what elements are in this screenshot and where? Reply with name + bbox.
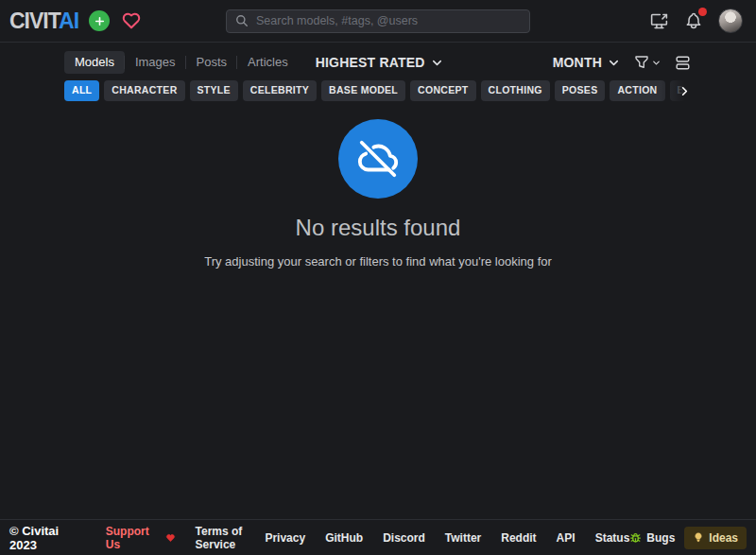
footer-link[interactable]: Privacy	[265, 531, 305, 545]
logo-ai: AI	[59, 9, 78, 33]
filter-icon	[633, 54, 650, 71]
notification-dot	[698, 8, 707, 16]
sort-label: HIGHEST RATED	[316, 55, 425, 70]
logo-civit: CIVIT	[9, 9, 59, 33]
header: CIVITAI	[0, 0, 756, 43]
user-avatar[interactable]	[718, 9, 743, 33]
bug-icon	[629, 531, 642, 544]
chevron-down-icon	[607, 56, 621, 70]
footer-link[interactable]: Reddit	[501, 531, 536, 545]
period-label: MONTH	[553, 55, 602, 70]
category-chip[interactable]: STYLE	[190, 80, 238, 101]
footer-link[interactable]: Terms of Service	[196, 525, 246, 551]
chevron-right-icon	[678, 84, 692, 98]
logo-text: CIVITAI	[9, 9, 78, 33]
footer-right: Bugs Ideas	[629, 527, 747, 549]
category-chip[interactable]: ALL	[64, 80, 99, 101]
filters-dropdown[interactable]	[633, 54, 662, 71]
footer-link[interactable]: GitHub	[325, 531, 363, 545]
category-chip[interactable]: BASE MODEL	[321, 80, 405, 101]
search-input[interactable]	[256, 14, 521, 27]
heart-icon	[165, 532, 176, 544]
chevron-down-icon	[651, 58, 662, 68]
screen-share-button[interactable]	[649, 11, 669, 31]
content-tab[interactable]: Models	[64, 51, 125, 74]
empty-state-subtitle: Try adjusting your search or filters to …	[204, 254, 552, 269]
footer: © Civitai 2023 Support Us Terms of Servi…	[0, 519, 756, 555]
feed-toolbar: ModelsImagesPostsArticles HIGHEST RATED …	[64, 50, 692, 75]
sort-dropdown[interactable]: HIGHEST RATED	[316, 55, 444, 70]
period-dropdown[interactable]: MONTH	[553, 55, 621, 70]
layout-rows-icon	[674, 54, 692, 72]
plus-icon	[94, 15, 106, 27]
layout-toggle-button[interactable]	[674, 54, 692, 72]
civitai-logo[interactable]: CIVITAI	[9, 10, 78, 32]
footer-links: Support Us Terms of ServicePrivacyGitHub…	[106, 525, 630, 551]
empty-state: No results found Try adjusting your sear…	[64, 119, 692, 269]
bugs-label: Bugs	[646, 531, 675, 545]
category-chip[interactable]: CELEBRITY	[243, 80, 317, 101]
empty-state-graphic	[338, 119, 418, 199]
category-chip[interactable]: CLOTHING	[481, 80, 550, 101]
content-tab[interactable]: Images	[125, 51, 186, 74]
category-chip[interactable]: CONCEPT	[410, 80, 475, 101]
content-tabs: ModelsImagesPostsArticles	[64, 51, 299, 74]
toolbar-right: MONTH	[553, 54, 692, 72]
heart-icon	[121, 10, 142, 31]
ideas-button[interactable]: Ideas	[684, 527, 747, 549]
main-content: ModelsImagesPostsArticles HIGHEST RATED …	[64, 50, 692, 269]
support-us-label: Support Us	[106, 525, 162, 551]
support-us-link[interactable]: Support Us	[106, 525, 176, 551]
footer-link-list: Terms of ServicePrivacyGitHubDiscordTwit…	[196, 525, 630, 551]
notifications-button[interactable]	[684, 11, 703, 30]
search-icon	[235, 14, 249, 27]
content-tab[interactable]: Articles	[237, 51, 299, 74]
search-bar[interactable]	[226, 9, 530, 33]
chips-scroll-right-button[interactable]	[660, 80, 692, 101]
header-actions	[649, 9, 743, 33]
footer-link[interactable]: Status	[595, 531, 630, 545]
category-filter-row: ALLCHARACTERSTYLECELEBRITYBASE MODELCONC…	[64, 80, 692, 101]
create-button[interactable]	[89, 10, 110, 31]
screen-share-icon	[649, 11, 669, 31]
ideas-label: Ideas	[709, 531, 738, 545]
footer-link[interactable]: API	[557, 531, 576, 545]
cloud-off-icon	[356, 137, 400, 181]
content-tab[interactable]: Posts	[186, 51, 238, 74]
empty-state-title: No results found	[296, 215, 461, 241]
bugs-button[interactable]: Bugs	[629, 531, 675, 545]
footer-link[interactable]: Twitter	[445, 531, 481, 545]
category-chip[interactable]: CHARACTER	[104, 80, 184, 101]
lightbulb-icon	[693, 531, 704, 544]
category-chip[interactable]: ACTION	[610, 80, 664, 101]
footer-link[interactable]: Discord	[383, 531, 425, 545]
support-button[interactable]	[121, 10, 142, 31]
category-chips: ALLCHARACTERSTYLECELEBRITYBASE MODELCONC…	[64, 80, 692, 101]
chevron-down-icon	[430, 56, 444, 70]
copyright: © Civitai 2023	[9, 524, 83, 552]
category-chip[interactable]: POSES	[555, 80, 606, 101]
